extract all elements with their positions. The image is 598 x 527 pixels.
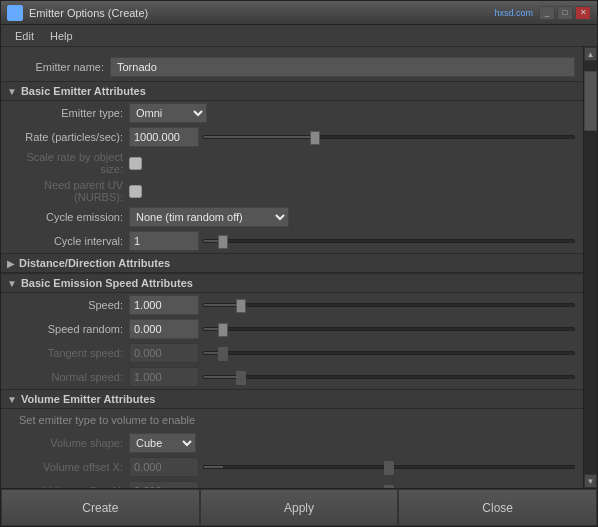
speed-slider-thumb[interactable] [236,299,246,313]
tangent-speed-slider-thumb [218,347,228,361]
speed-label: Speed: [9,299,129,311]
volume-offset-x-control [129,457,575,477]
scroll-track[interactable] [584,61,597,474]
distance-section-header[interactable]: ▶ Distance/Direction Attributes [1,253,583,273]
window-title: Emitter Options (Create) [29,7,494,19]
cycle-emission-select[interactable]: None (tim random off) Frame Frame with n… [129,207,289,227]
volume-offset-y-control [129,481,575,488]
right-scrollbar: ▲ ▼ [583,47,597,488]
speed-random-control [129,319,575,339]
volume-arrow: ▼ [7,394,17,405]
tangent-speed-control [129,343,575,363]
volume-section-header[interactable]: ▼ Volume Emitter Attributes [1,389,583,409]
apply-button[interactable]: Apply [200,489,399,526]
logo-text: hxsd.com [494,8,533,18]
cycle-interval-row: Cycle interval: [1,229,583,253]
cycle-interval-slider-thumb[interactable] [218,235,228,249]
cycle-emission-control: None (tim random off) Frame Frame with n… [129,207,575,227]
emitter-type-label: Emitter type: [9,107,129,119]
speed-section-header[interactable]: ▼ Basic Emission Speed Attributes [1,273,583,293]
scroll-down-arrow[interactable]: ▼ [584,474,597,488]
tangent-speed-row: Tangent speed: [1,341,583,365]
main-content: Emitter name: ▼ Basic Emitter Attributes… [1,47,597,488]
volume-offset-x-slider-thumb [384,461,394,475]
volume-shape-select[interactable]: Cube Sphere Cylinder Cone Torus [129,433,196,453]
svg-point-1 [13,11,17,15]
close-dialog-button[interactable]: Close [398,489,597,526]
title-bar: Emitter Options (Create) hxsd.com _ □ ✕ [1,1,597,25]
cycle-interval-label: Cycle interval: [9,235,129,247]
scroll-area[interactable]: Emitter name: ▼ Basic Emitter Attributes… [1,47,583,488]
normal-speed-slider-track [203,375,575,379]
cycle-emission-label: Cycle emission: [9,211,129,223]
speed-random-slider-track [203,327,575,331]
volume-offset-y-input[interactable] [129,481,199,488]
normal-speed-control [129,367,575,387]
rate-slider-thumb[interactable] [310,131,320,145]
scroll-up-arrow[interactable]: ▲ [584,47,597,61]
volume-offset-x-slider-track [203,465,575,469]
rate-row: Rate (particles/sec): [1,125,583,149]
close-button[interactable]: ✕ [575,6,591,20]
rate-control [129,127,575,147]
tangent-speed-input[interactable] [129,343,199,363]
emitter-name-row: Emitter name: [1,53,583,81]
scale-rate-control [129,157,575,170]
scroll-thumb[interactable] [584,71,597,131]
menu-edit[interactable]: Edit [7,28,42,44]
need-parent-control [129,185,575,198]
speed-arrow: ▼ [7,278,17,289]
volume-info-text: Set emitter type to volume to enable [9,414,195,426]
speed-slider-track [203,303,575,307]
volume-info-row: Set emitter type to volume to enable [1,409,583,431]
form-area: Emitter name: ▼ Basic Emitter Attributes… [1,47,583,488]
volume-offset-y-row: Volume offset Y: [1,479,583,488]
tangent-speed-slider-track [203,351,575,355]
window-icon [7,5,23,21]
distance-arrow: ▶ [7,258,15,269]
speed-random-row: Speed random: [1,317,583,341]
cycle-interval-slider-track [203,239,575,243]
minimize-button[interactable]: _ [539,6,555,20]
speed-random-label: Speed random: [9,323,129,335]
emitter-type-select[interactable]: Omni Directional Surface Curve Volume [129,103,207,123]
basic-emitter-section-header[interactable]: ▼ Basic Emitter Attributes [1,81,583,101]
volume-offset-x-input[interactable] [129,457,199,477]
basic-emitter-title: Basic Emitter Attributes [21,85,146,97]
normal-speed-row: Normal speed: [1,365,583,389]
volume-title: Volume Emitter Attributes [21,393,155,405]
speed-random-input[interactable] [129,319,199,339]
create-button[interactable]: Create [1,489,200,526]
volume-offset-x-label: Volume offset X: [9,461,129,473]
rate-slider-track [203,135,575,139]
normal-speed-label: Normal speed: [9,371,129,383]
scale-rate-checkbox[interactable] [129,157,142,170]
speed-random-slider-thumb[interactable] [218,323,228,337]
rate-input[interactable] [129,127,199,147]
maximize-button[interactable]: □ [557,6,573,20]
scale-rate-row: Scale rate by object size: [1,149,583,177]
scale-rate-label: Scale rate by object size: [9,151,129,175]
emitter-type-row: Emitter type: Omni Directional Surface C… [1,101,583,125]
speed-row: Speed: [1,293,583,317]
speed-control [129,295,575,315]
tangent-speed-label: Tangent speed: [9,347,129,359]
normal-speed-slider-thumb [236,371,246,385]
cycle-emission-row: Cycle emission: None (tim random off) Fr… [1,205,583,229]
bottom-buttons: Create Apply Close [1,488,597,526]
need-parent-label: Need parent UV (NURBS): [9,179,129,203]
volume-offset-x-row: Volume offset X: [1,455,583,479]
need-parent-checkbox[interactable] [129,185,142,198]
need-parent-row: Need parent UV (NURBS): [1,177,583,205]
speed-title: Basic Emission Speed Attributes [21,277,193,289]
speed-input[interactable] [129,295,199,315]
emitter-type-control: Omni Directional Surface Curve Volume [129,103,575,123]
volume-shape-label: Volume shape: [9,437,129,449]
emitter-name-input[interactable] [110,57,575,77]
menu-help[interactable]: Help [42,28,81,44]
distance-title: Distance/Direction Attributes [19,257,170,269]
normal-speed-input[interactable] [129,367,199,387]
rate-label: Rate (particles/sec): [9,131,129,143]
cycle-interval-input[interactable] [129,231,199,251]
cycle-interval-control [129,231,575,251]
